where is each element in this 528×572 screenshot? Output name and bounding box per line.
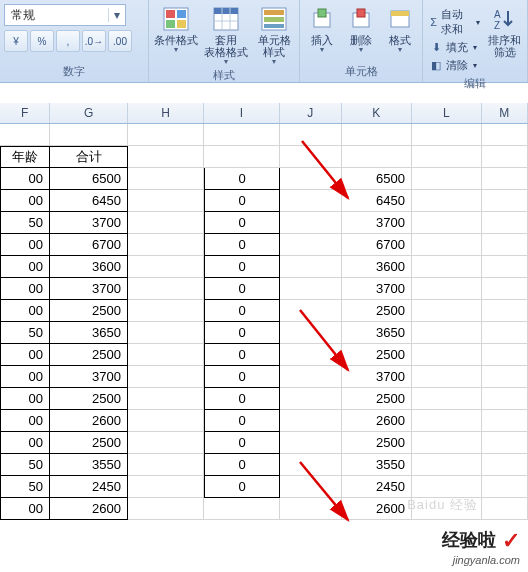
cell-F-14[interactable]: 50: [0, 476, 50, 498]
cell-L-3[interactable]: [412, 234, 482, 256]
clear-button[interactable]: ◧清除▾: [427, 57, 482, 74]
cell-H-5[interactable]: [128, 278, 204, 300]
cell-F-6[interactable]: 00: [0, 300, 50, 322]
cell-header-F[interactable]: 年龄: [0, 146, 50, 168]
cell-M-14[interactable]: [482, 476, 528, 498]
cell-I-5[interactable]: 0: [204, 278, 280, 300]
cell-M-7[interactable]: [482, 322, 528, 344]
sort-filter-button[interactable]: AZ 排序和 筛选: [486, 4, 523, 58]
cell-K-7[interactable]: 3650: [342, 322, 412, 344]
column-header-G[interactable]: G: [50, 103, 128, 123]
cell-G-10[interactable]: 2500: [50, 388, 128, 410]
cell-M-10[interactable]: [482, 388, 528, 410]
cell-H-8[interactable]: [128, 344, 204, 366]
cell-H-13[interactable]: [128, 454, 204, 476]
cell-H-9[interactable]: [128, 366, 204, 388]
cell-L-1[interactable]: [412, 190, 482, 212]
cell-J-1[interactable]: [280, 190, 342, 212]
cell-H-12[interactable]: [128, 432, 204, 454]
cell-M-8[interactable]: [482, 344, 528, 366]
cell-L-14[interactable]: [412, 476, 482, 498]
cell-K-10[interactable]: 2500: [342, 388, 412, 410]
conditional-format-button[interactable]: 条件格式 ▾: [153, 4, 199, 54]
cell-I-11[interactable]: 0: [204, 410, 280, 432]
number-format-combo[interactable]: 常规 ▾: [4, 4, 126, 26]
cell-H-10[interactable]: [128, 388, 204, 410]
cell-L-7[interactable]: [412, 322, 482, 344]
cell-I-0[interactable]: 0: [204, 168, 280, 190]
cell-I-10[interactable]: 0: [204, 388, 280, 410]
cell-K-0[interactable]: 6500: [342, 168, 412, 190]
cell-G-3[interactable]: 6700: [50, 234, 128, 256]
percent-button[interactable]: %: [30, 30, 54, 52]
cell-J-5[interactable]: [280, 278, 342, 300]
cell-H-11[interactable]: [128, 410, 204, 432]
cell-J-3[interactable]: [280, 234, 342, 256]
cell-I-13[interactable]: 0: [204, 454, 280, 476]
cell-G-12[interactable]: 2500: [50, 432, 128, 454]
currency-button[interactable]: ¥: [4, 30, 28, 52]
cell-I-3[interactable]: 0: [204, 234, 280, 256]
autosum-button[interactable]: Σ自动求和▾: [427, 6, 482, 38]
cell-F-7[interactable]: 50: [0, 322, 50, 344]
spreadsheet-grid[interactable]: 年龄合计006500065000064500645050370003700006…: [0, 124, 528, 520]
cell-L-6[interactable]: [412, 300, 482, 322]
cell[interactable]: [342, 124, 412, 146]
cell-J-12[interactable]: [280, 432, 342, 454]
cell-F-1[interactable]: 00: [0, 190, 50, 212]
cell-I-12[interactable]: 0: [204, 432, 280, 454]
cell-G-11[interactable]: 2600: [50, 410, 128, 432]
cell-header-K[interactable]: [342, 146, 412, 168]
cell-L-4[interactable]: [412, 256, 482, 278]
cell-L-0[interactable]: [412, 168, 482, 190]
cell-H-7[interactable]: [128, 322, 204, 344]
cell[interactable]: [482, 124, 528, 146]
decrease-decimal-button[interactable]: .00: [108, 30, 132, 52]
cell-F-9[interactable]: 00: [0, 366, 50, 388]
cell-I-1[interactable]: 0: [204, 190, 280, 212]
cell-M-15[interactable]: [482, 498, 528, 520]
cell-M-13[interactable]: [482, 454, 528, 476]
insert-button[interactable]: 插入 ▾: [304, 4, 339, 54]
cell-J-11[interactable]: [280, 410, 342, 432]
cell-styles-button[interactable]: 单元格 样式 ▾: [253, 4, 295, 66]
cell-J-10[interactable]: [280, 388, 342, 410]
cell-L-10[interactable]: [412, 388, 482, 410]
cell-F-11[interactable]: 00: [0, 410, 50, 432]
cell-K-8[interactable]: 2500: [342, 344, 412, 366]
cell-header-H[interactable]: [128, 146, 204, 168]
cell[interactable]: [0, 124, 50, 146]
cell-K-5[interactable]: 3700: [342, 278, 412, 300]
cell-K-3[interactable]: 6700: [342, 234, 412, 256]
cell-G-2[interactable]: 3700: [50, 212, 128, 234]
cell-G-1[interactable]: 6450: [50, 190, 128, 212]
cell-I-6[interactable]: 0: [204, 300, 280, 322]
cell-J-15[interactable]: [280, 498, 342, 520]
cell-G-9[interactable]: 3700: [50, 366, 128, 388]
cell-G-15[interactable]: 2600: [50, 498, 128, 520]
cell-K-14[interactable]: 2450: [342, 476, 412, 498]
cell-G-13[interactable]: 3550: [50, 454, 128, 476]
cell-I-4[interactable]: 0: [204, 256, 280, 278]
cell-F-15[interactable]: 00: [0, 498, 50, 520]
cell-M-9[interactable]: [482, 366, 528, 388]
fill-button[interactable]: ⬇填充▾: [427, 39, 482, 56]
cell-M-11[interactable]: [482, 410, 528, 432]
cell-K-9[interactable]: 3700: [342, 366, 412, 388]
cell-H-14[interactable]: [128, 476, 204, 498]
column-header-F[interactable]: F: [0, 103, 50, 123]
cell-J-14[interactable]: [280, 476, 342, 498]
format-button[interactable]: 格式 ▾: [383, 4, 418, 54]
cell-G-4[interactable]: 3600: [50, 256, 128, 278]
cell-F-2[interactable]: 50: [0, 212, 50, 234]
cell-J-13[interactable]: [280, 454, 342, 476]
cell-K-12[interactable]: 2500: [342, 432, 412, 454]
cell-G-8[interactable]: 2500: [50, 344, 128, 366]
cell-H-3[interactable]: [128, 234, 204, 256]
cell-header-G[interactable]: 合计: [50, 146, 128, 168]
cell-L-9[interactable]: [412, 366, 482, 388]
cell-K-15[interactable]: 2600: [342, 498, 412, 520]
cell-header-J[interactable]: [280, 146, 342, 168]
cell-M-4[interactable]: [482, 256, 528, 278]
column-header-J[interactable]: J: [280, 103, 342, 123]
